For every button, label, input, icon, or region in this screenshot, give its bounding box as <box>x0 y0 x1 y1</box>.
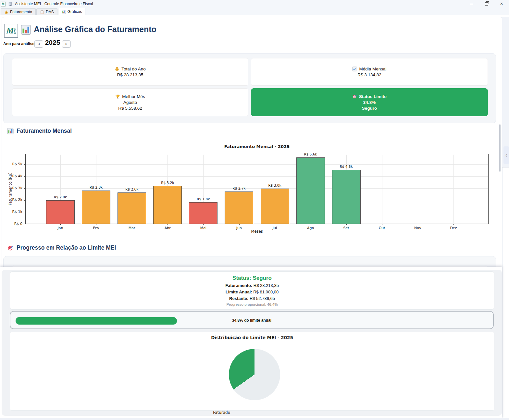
progress-overlay-body: Status: Seguro Faturamento: R$ 28.213,35… <box>2 270 502 416</box>
building-icon <box>8 2 13 6</box>
y-tick-label: R$ 1k <box>3 210 22 214</box>
maximize-button[interactable] <box>479 0 494 8</box>
card-value: 34.8% <box>363 100 376 105</box>
tab-gráficos[interactable]: Gráficos <box>58 8 86 15</box>
card-value: Seguro <box>362 106 377 111</box>
summary-card-status-limite: Status Limite34.8%Seguro <box>251 88 488 116</box>
moneybag-icon: $ <box>4 10 8 14</box>
x-tick-mark <box>346 224 347 225</box>
tab-das[interactable]: DAS <box>36 8 57 15</box>
monthly-section-heading: Faturamento Mensal <box>7 128 72 134</box>
target-icon <box>7 245 14 251</box>
y-axis-label: Faturamento (R$) <box>8 153 13 225</box>
x-tick-mark <box>96 224 96 225</box>
minimize-button[interactable] <box>464 0 479 8</box>
proportional-progress-text: Progresso proporcional: 46,4% <box>227 303 278 306</box>
x-tick-mark <box>203 224 204 225</box>
pie-slice-label: Faturado <box>198 410 230 415</box>
side-panel-toggle-button[interactable]: ‹ <box>503 146 509 164</box>
card-value: R$ 3.134,82 <box>357 72 381 77</box>
monthly-heading-text: Faturamento Mensal <box>17 128 72 134</box>
x-tick-mark <box>311 224 311 225</box>
x-tick-mark <box>382 224 382 225</box>
pie-chart-title: Distribuição do Limite MEI - 2025 <box>10 335 494 340</box>
progress-section-heading: Progresso em Relação ao Limite MEI <box>7 244 116 251</box>
y-tick-label: R$ 5k <box>3 162 22 166</box>
y-tick-mark <box>24 224 25 224</box>
x-axis-label: Meses <box>25 229 489 234</box>
window-title: Assistente MEI - Controle Financeiro e F… <box>15 2 93 6</box>
year-label: Ano para análise: <box>3 42 36 46</box>
clipboard-icon <box>40 10 44 14</box>
tabbar: $FaturamentoDASGráficos <box>0 8 509 15</box>
progress-heading-text: Progresso em Relação ao Limite MEI <box>17 244 116 251</box>
close-button[interactable]: ✕ <box>494 0 509 8</box>
card-title: Total do Ano <box>121 67 145 71</box>
limit-status-card: Status: Seguro Faturamento: R$ 28.213,35… <box>10 271 494 310</box>
tab-label: Faturamento <box>10 10 32 14</box>
bar-chart-icon <box>21 25 31 35</box>
status-rows: Faturamento: R$ 28.213,35Limite Anual: R… <box>225 283 279 301</box>
close-icon: ✕ <box>500 2 503 6</box>
x-tick-mark <box>453 224 454 225</box>
card-title: Média Mensal <box>359 67 386 71</box>
y-tick-label: R$ 3k <box>3 186 22 190</box>
restore-icon <box>485 2 488 6</box>
titlebar: M Assistente MEI - Controle Financeiro e… <box>0 0 509 8</box>
minimize-icon <box>470 4 473 4</box>
x-tick-mark <box>418 224 418 225</box>
tab-faturamento[interactable]: $Faturamento <box>1 8 36 15</box>
limit-pie-chart <box>229 349 280 400</box>
logo-letter: M <box>6 27 14 35</box>
x-tick-mark <box>239 224 239 225</box>
bar-chart-icon <box>62 10 66 14</box>
line-chart-icon <box>352 67 357 71</box>
limit-pie-card: Distribuição do Limite MEI - 2025 Fatura… <box>10 332 494 411</box>
card-value: Agosto <box>123 100 137 105</box>
app-window: M Assistente MEI - Controle Financeiro e… <box>0 0 509 420</box>
next-year-button[interactable]: ► <box>62 40 71 48</box>
card-title: Status Limite <box>359 94 387 99</box>
summary-card-média-mensal: Média MensalR$ 3.134,82 <box>251 58 488 86</box>
limit-progress-bar: 34.8% do limite anual <box>10 311 494 329</box>
card-value: R$ 5.558,62 <box>118 106 142 111</box>
x-tick-mark <box>60 224 61 225</box>
window-controls: ✕ <box>464 0 509 8</box>
target-icon <box>352 94 357 99</box>
moneybag-icon: $ <box>115 67 119 71</box>
card-title: Melhor Mês <box>122 94 145 99</box>
x-tick-mark <box>275 224 275 225</box>
tab-label: DAS <box>46 10 54 14</box>
progress-bar-label: 34.8% do limite anual <box>10 318 493 323</box>
y-tick-label: R$ 2k <box>3 198 22 202</box>
chart-title: Faturamento Mensal - 2025 <box>25 144 489 149</box>
summary-cards-panel: $Total do AnoR$ 28.213,35Média MensalR$ … <box>3 53 496 123</box>
year-value: 2025 <box>44 39 61 46</box>
status-row: Faturamento: R$ 28.213,35 <box>225 283 279 288</box>
summary-card-total-do-ano: $Total do AnoR$ 28.213,35 <box>12 58 248 86</box>
y-tick-label: R$ 0 <box>3 222 22 226</box>
status-row: Limite Anual: R$ 81.000,00 <box>226 290 279 294</box>
progress-overlay-panel: Status: Seguro Faturamento: R$ 28.213,35… <box>0 267 502 418</box>
y-tick-label: R$ 4k <box>3 174 22 178</box>
tab-label: Gráficos <box>68 9 82 14</box>
status-row: Restante: R$ 52.786,65 <box>229 296 275 301</box>
status-text: Status: Seguro <box>232 275 272 281</box>
previous-year-button[interactable]: ◄ <box>34 40 43 48</box>
card-value: R$ 28.213,35 <box>117 72 143 77</box>
vertical-scrollbar-thumb[interactable] <box>499 124 501 172</box>
right-side-strip <box>502 17 509 167</box>
svg-text:$: $ <box>117 68 118 70</box>
page-title: Análise Gráfica do Faturamento <box>34 25 156 34</box>
trophy-icon <box>115 94 120 99</box>
mei-logo: M AFG <box>4 24 18 38</box>
plot-border <box>25 154 489 224</box>
window-bottom-edge <box>0 418 509 420</box>
bar-chart-icon <box>7 128 14 134</box>
x-tick-mark <box>132 224 132 225</box>
logo-side-letters: AFG <box>14 28 16 34</box>
app-logo-icon: M <box>1 2 6 6</box>
summary-card-melhor-mês: Melhor MêsAgostoR$ 5.558,62 <box>12 88 248 116</box>
x-tick-mark <box>168 224 168 225</box>
